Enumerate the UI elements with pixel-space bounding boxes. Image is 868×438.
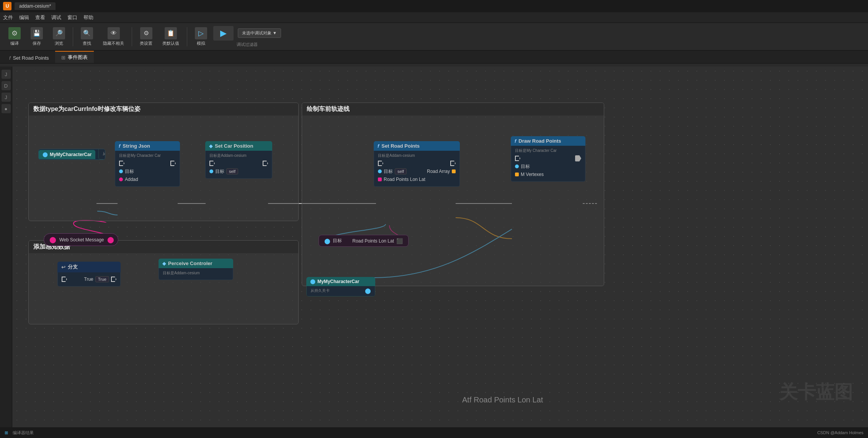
- find-label: 查找: [83, 41, 91, 46]
- node-string-json[interactable]: f String Json 目标是My Character Car 目标: [115, 141, 180, 187]
- node-branch[interactable]: ↩ 分支 True True: [57, 262, 121, 287]
- simulate-label: 模拟: [197, 41, 205, 46]
- target-pin: [515, 164, 519, 168]
- road-array-pin: [452, 169, 456, 173]
- hide-icon: 👁: [108, 27, 120, 39]
- class-defaults-label: 类默认值: [162, 41, 179, 46]
- node-setroadpoints-title: Set Road Points: [381, 143, 420, 149]
- class-settings-button[interactable]: ⚙ 类设置: [136, 26, 156, 48]
- toolbar-sep1: [73, 27, 73, 46]
- find-icon: 🔍: [81, 27, 93, 39]
- node-set-road-points[interactable]: f Set Road Points 目标是Addam-cesium 目标: [374, 141, 460, 187]
- node-set-car-position[interactable]: ◆ Set Car Position 目标是Addam-cesium 目标: [205, 141, 272, 179]
- exec-in: [515, 156, 520, 161]
- class-defaults-button[interactable]: 📋 类默认值: [159, 26, 183, 48]
- compile-icon: ⚙: [8, 27, 21, 39]
- simulate-button[interactable]: ▷ 模拟: [191, 26, 211, 48]
- addad-label: Addad: [125, 177, 138, 182]
- menu-help[interactable]: 帮助: [83, 14, 93, 21]
- node-branch-title: 分支: [68, 264, 78, 270]
- browse-button[interactable]: 🔎 浏览: [49, 26, 69, 48]
- save-button[interactable]: 💾 保存: [27, 26, 47, 48]
- node-stringjson-sub: 目标是My Character Car: [119, 153, 176, 158]
- node-perceive-title: Perceive Controler: [168, 261, 213, 266]
- toolbar: ⚙ 编译 💾 保存 🔎 浏览 🔍 查找 👁 隐藏不相关 ⚙ 类设置 📋 类默认值…: [0, 23, 868, 50]
- exec-out: [575, 155, 581, 161]
- class-settings-icon: ⚙: [140, 27, 152, 39]
- node-perceive-controler[interactable]: ◆ Perceive Controler 目标是Addam-cesium: [159, 259, 233, 280]
- watermark: 关卡蓝图: [779, 380, 853, 404]
- run-button[interactable]: ▶: [213, 26, 234, 41]
- node-setcarpos-sub: 目标是Addam-cesium: [209, 153, 268, 158]
- compile-button[interactable]: ⚙ 编译: [5, 26, 25, 48]
- hide-label: 隐藏不相关: [103, 41, 124, 46]
- exec-in: [378, 161, 383, 166]
- tab-event-graph[interactable]: ⊞ 事件图表: [55, 51, 94, 63]
- debug-dropdown[interactable]: 未选中调试对象 ▼: [238, 28, 281, 38]
- menu-edit[interactable]: 编辑: [19, 14, 29, 21]
- websocket-label: Web Socket Message: [59, 237, 104, 243]
- node-stringjson-title: String Json: [123, 143, 150, 149]
- node-perceive-sub: 目标是Addam-cesium: [163, 270, 229, 276]
- exec-in: [62, 277, 67, 282]
- atf-label: Atf Road Points Lon Lat: [462, 396, 543, 404]
- canvas-area[interactable]: 数据type为carCurrInfo时修改车辆位姿 绘制车前轨迹线 添加感知数据…: [12, 67, 868, 427]
- panel-btn-1[interactable]: J: [2, 70, 11, 79]
- tab-set-road-points[interactable]: f Set Road Points: [3, 52, 55, 63]
- road-points-lonlat-target: 目标: [333, 238, 342, 244]
- exec-in: [209, 161, 215, 166]
- node-mycharcar1-title: MyMyCharacterCar: [50, 152, 92, 157]
- addad-pin: [119, 177, 123, 181]
- node-mycharcar1-sub: 从持久关卡: [103, 151, 105, 156]
- play-group: ▶ 未选中调试对象 ▼ 调试过滤器: [213, 26, 281, 47]
- class-settings-label: 类设置: [140, 41, 152, 46]
- credit-label: CSDN @Addam Holmes: [817, 430, 863, 435]
- menu-debug[interactable]: 调试: [51, 14, 61, 21]
- panel-btn-3[interactable]: J: [2, 93, 11, 102]
- app-icon: U: [3, 2, 11, 10]
- target-pin: [209, 169, 213, 173]
- exec-out: [263, 161, 268, 166]
- menu-window[interactable]: 窗口: [67, 14, 77, 21]
- app-tab[interactable]: addam-cesium*: [15, 2, 56, 10]
- compile-label: 编译: [10, 41, 19, 46]
- status-label: 编译器结果: [13, 430, 34, 436]
- class-defaults-icon: 📋: [165, 27, 177, 39]
- browse-label: 浏览: [55, 41, 63, 46]
- target-label: 目标: [125, 168, 134, 175]
- browse-icon: 🔎: [53, 27, 65, 39]
- node-mycharcar2-sub: 从持久关卡: [311, 288, 330, 293]
- node-mycharcar2[interactable]: ⬤ MyMyCharacterCar 从持久关卡 ⬤: [306, 277, 375, 296]
- status-bar: ⊞ 编译器结果 CSDN @Addam Holmes: [0, 427, 868, 438]
- road-points-lonlat-label: Road Points Lon Lat: [352, 238, 394, 244]
- panel-btn-2[interactable]: D: [2, 81, 11, 90]
- target-pin: [119, 169, 123, 173]
- node-draw-road-points[interactable]: f Draw Road Points 目标是My Character Car: [511, 136, 585, 182]
- exec-out: [111, 277, 116, 282]
- panel-btn-4[interactable]: ●: [2, 104, 11, 113]
- toolbar-sep2: [132, 27, 132, 46]
- tab-bar: f Set Road Points ⊞ 事件图表: [0, 50, 868, 64]
- toolbar-sep3: [187, 27, 187, 46]
- menu-bar: 文件 编辑 查看 调试 窗口 帮助: [0, 12, 868, 23]
- status-icon: ⊞: [5, 430, 8, 435]
- target-pin: [378, 169, 382, 173]
- node-drawroadpoints-title: Draw Road Points: [518, 138, 561, 144]
- menu-view[interactable]: 查看: [35, 14, 45, 21]
- hide-unrelated-button[interactable]: 👁 隐藏不相关: [99, 26, 128, 48]
- road-points-pin: [378, 177, 382, 181]
- left-panel: J D J ●: [0, 67, 12, 427]
- simulate-icon: ▷: [195, 27, 207, 39]
- m-vertexes-pin: [515, 173, 519, 176]
- road-array-label: Road Array: [427, 169, 450, 174]
- menu-file[interactable]: 文件: [3, 14, 13, 21]
- debug-filter-label: 调试过滤器: [237, 42, 258, 47]
- exec-out: [450, 161, 456, 166]
- save-label: 保存: [33, 41, 41, 46]
- save-icon: 💾: [31, 27, 43, 39]
- node-drawroadpoints-sub: 目标是My Character Car: [515, 148, 581, 153]
- comment-box-2: 绘制车前轨迹线: [302, 103, 604, 286]
- node-setroadpoints-sub: 目标是Addam-cesium: [378, 153, 456, 158]
- comment-title-1: 数据type为carCurrInfo时修改车辆位姿: [29, 103, 298, 116]
- find-button[interactable]: 🔍 查找: [77, 26, 97, 48]
